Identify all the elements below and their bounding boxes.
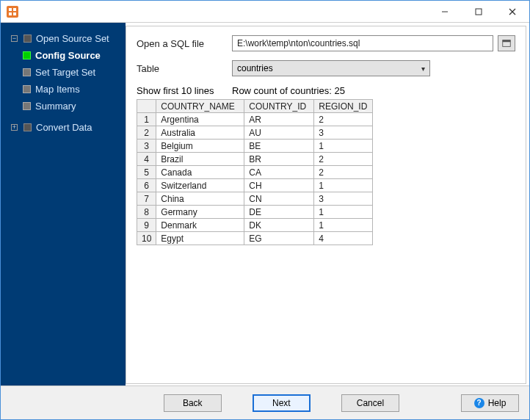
cell-region-id: 1: [314, 206, 373, 219]
main-panel: Open a SQL file Table countries ▾ Show f…: [126, 26, 526, 384]
step-icon: [23, 35, 32, 43]
titlebar: [1, 1, 529, 23]
row-number: 8: [137, 206, 156, 219]
nav-label: Config Source: [35, 50, 101, 61]
sql-file-label: Open a SQL file: [137, 38, 232, 49]
step-icon: [23, 85, 31, 93]
step-icon: [23, 68, 31, 76]
cell-country-name: Denmark: [156, 219, 244, 232]
close-button[interactable]: [495, 1, 529, 23]
row-number: 4: [137, 153, 156, 166]
table-row[interactable]: 1ArgentinaAR2: [137, 113, 373, 126]
cancel-button[interactable]: Cancel: [341, 394, 399, 412]
table-row[interactable]: 3BelgiumBE1: [137, 140, 373, 153]
row-number: 9: [137, 219, 156, 232]
cell-country-name: Brazil: [156, 153, 244, 166]
app-icon: [7, 6, 18, 18]
cell-region-id: 2: [314, 113, 373, 126]
help-button[interactable]: ? Help: [461, 394, 519, 412]
preview-table: COUNTRY_NAME COUNTRY_ID REGION_ID 1Argen…: [137, 99, 373, 245]
cell-country-name: Belgium: [156, 140, 244, 153]
cell-country-name: Switzerland: [156, 179, 244, 192]
table-row[interactable]: 5CanadaCA2: [137, 166, 373, 179]
cell-region-id: 1: [314, 179, 373, 192]
cell-country-id: AR: [244, 113, 314, 126]
row-number: 3: [137, 140, 156, 153]
cell-country-id: AU: [244, 126, 314, 140]
show-first-label: Show first 10 lines: [137, 85, 232, 96]
wizard-footer: Back Next Cancel ? Help: [1, 385, 529, 419]
svg-rect-1: [476, 9, 482, 15]
table-row[interactable]: 10EgyptEG4: [137, 232, 373, 245]
row-count-label: Row count of countries: 25: [232, 85, 515, 96]
row-number: 7: [137, 192, 156, 206]
nav-open-source-set[interactable]: − Open Source Set: [1, 30, 126, 47]
table-header-row: COUNTRY_NAME COUNTRY_ID REGION_ID: [137, 100, 373, 113]
nav-label: Set Target Set: [35, 67, 95, 78]
wizard-nav: − Open Source Set Config Source Set Targ…: [1, 23, 126, 385]
cell-region-id: 3: [314, 192, 373, 206]
row-number-header: [137, 100, 156, 113]
col-country-id[interactable]: COUNTRY_ID: [244, 100, 314, 113]
minimize-button[interactable]: [428, 1, 462, 23]
svg-rect-5: [503, 40, 511, 43]
next-button[interactable]: Next: [253, 394, 311, 412]
nav-convert-data[interactable]: + Convert Data: [1, 119, 126, 136]
nav-map-items[interactable]: Map Items: [1, 81, 126, 98]
nav-label: Open Source Set: [36, 33, 109, 44]
cell-country-name: Egypt: [156, 232, 244, 245]
col-region-id[interactable]: REGION_ID: [314, 100, 373, 113]
cell-region-id: 1: [314, 219, 373, 232]
cell-country-name: Argentina: [156, 113, 244, 126]
table-row[interactable]: 7ChinaCN3: [137, 192, 373, 206]
cell-region-id: 3: [314, 126, 373, 140]
back-button[interactable]: Back: [164, 394, 222, 412]
cell-country-id: EG: [244, 232, 314, 245]
row-number: 1: [137, 113, 156, 126]
row-number: 2: [137, 126, 156, 140]
cell-country-id: CA: [244, 166, 314, 179]
table-row[interactable]: 9DenmarkDK1: [137, 219, 373, 232]
sql-file-input[interactable]: [232, 35, 493, 51]
step-icon: [23, 51, 31, 59]
nav-label: Map Items: [35, 84, 80, 95]
table-row[interactable]: 8GermanyDE1: [137, 206, 373, 219]
nav-label: Convert Data: [36, 122, 92, 133]
cell-country-id: CH: [244, 179, 314, 192]
cell-country-name: Australia: [156, 126, 244, 140]
col-country-name[interactable]: COUNTRY_NAME: [156, 100, 244, 113]
cell-country-id: CN: [244, 192, 314, 206]
cell-country-id: DE: [244, 206, 314, 219]
collapse-icon: −: [11, 35, 18, 42]
nav-label: Summary: [35, 101, 76, 112]
cell-country-id: BE: [244, 140, 314, 153]
table-select-value: countries: [237, 63, 273, 73]
cell-region-id: 4: [314, 232, 373, 245]
help-icon: ?: [474, 398, 484, 408]
table-row[interactable]: 4BrazilBR2: [137, 153, 373, 166]
cell-country-name: Canada: [156, 166, 244, 179]
browse-icon: [501, 38, 512, 48]
nav-summary[interactable]: Summary: [1, 98, 126, 115]
nav-set-target-set[interactable]: Set Target Set: [1, 64, 126, 81]
cell-country-name: Germany: [156, 206, 244, 219]
chevron-down-icon: ▾: [421, 65, 425, 73]
table-row[interactable]: 6SwitzerlandCH1: [137, 179, 373, 192]
cell-region-id: 2: [314, 166, 373, 179]
row-number: 6: [137, 179, 156, 192]
cell-country-id: DK: [244, 219, 314, 232]
table-row[interactable]: 2AustraliaAU3: [137, 126, 373, 140]
cell-country-id: BR: [244, 153, 314, 166]
cell-region-id: 1: [314, 140, 373, 153]
expand-icon: +: [11, 124, 18, 131]
step-icon: [23, 123, 32, 131]
row-number: 10: [137, 232, 156, 245]
table-select[interactable]: countries ▾: [232, 60, 430, 76]
cell-region-id: 2: [314, 153, 373, 166]
row-number: 5: [137, 166, 156, 179]
maximize-button[interactable]: [462, 1, 495, 23]
step-icon: [23, 102, 31, 110]
nav-config-source[interactable]: Config Source: [1, 47, 126, 64]
browse-button[interactable]: [498, 35, 515, 51]
table-label: Table: [137, 63, 232, 74]
